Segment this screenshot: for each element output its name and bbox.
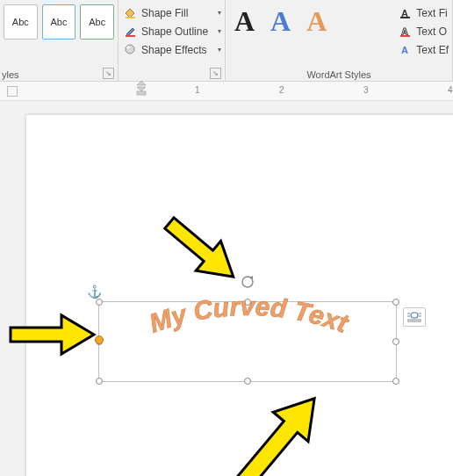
- chevron-down-icon: ▾: [218, 46, 221, 54]
- shape-styles-group: Shape Fill ▾ Shape Outline ▾ Shape Effec…: [119, 0, 226, 82]
- text-fill-button[interactable]: A Text Fi: [397, 4, 452, 22]
- shape-styles-dialog-launcher[interactable]: ↘: [210, 68, 221, 79]
- pencil-icon: [124, 25, 137, 38]
- chevron-down-icon: ▾: [218, 27, 221, 35]
- svg-marker-9: [137, 81, 146, 85]
- wordart-group-label: WordArt Styles: [226, 69, 452, 80]
- svg-rect-0: [126, 17, 135, 18]
- text-fill-icon: A: [399, 6, 412, 19]
- ribbon: Abc Abc Abc yles ↘ Shape Fill ▾ Shape Ou…: [0, 0, 453, 82]
- curved-wordart-text[interactable]: My Curved Text: [99, 292, 396, 357]
- resize-handle-br[interactable]: [392, 378, 399, 385]
- shape-effects-button[interactable]: Shape Effects ▾: [120, 40, 225, 59]
- svg-text:My Curved Text: My Curved Text: [146, 292, 354, 338]
- svg-point-2: [126, 45, 134, 54]
- wordart-preset-2[interactable]: A: [270, 5, 291, 38]
- shapes-dialog-launcher[interactable]: ↘: [103, 68, 114, 79]
- resize-handle-bm[interactable]: [244, 378, 251, 385]
- wordart-preset-1[interactable]: A: [234, 5, 255, 38]
- effects-icon: [124, 43, 137, 56]
- resize-handle-bl[interactable]: [96, 378, 103, 385]
- bucket-icon: [124, 6, 137, 19]
- text-effects-icon: A: [399, 43, 412, 56]
- svg-rect-11: [137, 91, 146, 95]
- svg-text:A: A: [401, 45, 408, 55]
- wordart-styles-group: A A A A Text Fi A Text O A Text Ef: [226, 0, 453, 82]
- shape-style-3[interactable]: Abc: [80, 4, 114, 40]
- horizontal-ruler[interactable]: 1 2 3 4: [0, 82, 453, 101]
- shape-fill-button[interactable]: Shape Fill ▾: [120, 4, 225, 22]
- svg-rect-7: [400, 35, 410, 37]
- indent-marker-icon[interactable]: [136, 80, 147, 97]
- wordart-textbox[interactable]: ⚓ My Curved Text: [98, 301, 397, 382]
- svg-rect-13: [411, 313, 418, 318]
- text-outline-icon: A: [399, 25, 412, 38]
- text-effects-button[interactable]: A Text Ef: [397, 40, 452, 59]
- text-outline-button[interactable]: A Text O: [397, 22, 452, 40]
- chevron-down-icon: ▾: [218, 9, 221, 17]
- rotate-handle[interactable]: [240, 274, 255, 293]
- insert-shapes-group: Abc Abc Abc yles ↘: [0, 0, 119, 82]
- tab-selector[interactable]: [7, 86, 18, 97]
- shape-style-2[interactable]: Abc: [42, 4, 76, 40]
- shape-style-1[interactable]: Abc: [4, 4, 38, 40]
- svg-point-3: [127, 47, 130, 49]
- document-canvas[interactable]: ⚓ My Curved Text: [0, 101, 453, 476]
- svg-marker-10: [137, 87, 146, 91]
- svg-rect-1: [126, 35, 135, 37]
- shapes-group-label: yles: [0, 69, 118, 80]
- layout-options-button[interactable]: [403, 307, 426, 327]
- svg-rect-5: [400, 17, 410, 18]
- wordart-preset-3[interactable]: A: [306, 5, 327, 38]
- shape-outline-button[interactable]: Shape Outline ▾: [120, 22, 225, 40]
